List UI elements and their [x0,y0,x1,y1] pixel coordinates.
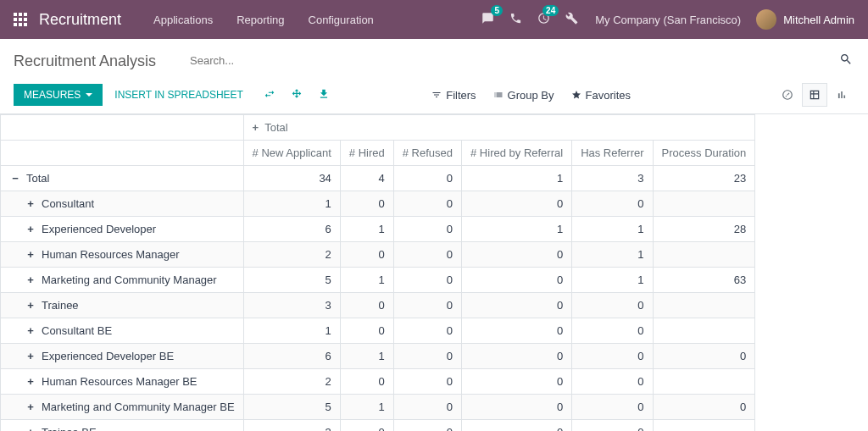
insert-spreadsheet-button[interactable]: INSERT IN SPREADSHEET [103,84,255,106]
company-selector[interactable]: My Company (San Francisco) [595,14,741,26]
pivot-cell [653,420,755,432]
user-menu[interactable]: Mitchell Admin [756,9,854,30]
pivot-cell: 1 [340,344,393,369]
row-label: Experienced Developer BE [42,350,174,362]
plus-icon[interactable]: + [25,197,36,210]
user-name: Mitchell Admin [783,14,854,26]
row-label: Trainee [42,299,79,312]
row-header[interactable]: +Consultant [1,191,244,217]
pivot-cell: 0 [462,242,572,268]
download-icon[interactable] [318,88,330,102]
pivot-cell: 0 [462,268,572,293]
measures-button[interactable]: MEASURES [14,84,103,106]
pivot-cell: 1 [340,217,393,242]
pivot-cell: 0 [462,395,572,420]
plus-icon[interactable]: + [25,299,36,312]
measure-header[interactable]: # New Applicant [243,141,340,166]
row-header[interactable]: +Marketing and Community Manager BE [1,395,244,420]
pivot-cell [653,293,755,318]
row-header[interactable]: +Marketing and Community Manager [1,268,244,293]
pivot-cell: 1 [340,268,393,293]
pivot-cell: 0 [393,217,461,242]
plus-icon[interactable]: + [25,426,36,431]
plus-icon[interactable]: + [25,375,36,388]
pivot-cell: 0 [462,344,572,369]
plus-icon[interactable]: + [25,274,36,286]
pivot-cell: 0 [572,420,653,432]
pivot-cell: 0 [340,242,393,268]
nav-configuration[interactable]: Configuration [297,14,386,26]
measure-header[interactable]: # Refused [393,141,461,166]
pivot-cell: 0 [393,344,461,369]
pivot-cell: 0 [572,318,653,344]
row-header[interactable]: +Human Resources Manager BE [1,369,244,395]
messaging-icon[interactable]: 5 [481,12,494,27]
row-header[interactable]: +Experienced Developer [1,217,244,242]
pivot-cell: 0 [340,191,393,217]
row-header[interactable]: +Trainee [1,293,244,318]
main-navbar: Recruitment Applications Reporting Confi… [0,0,868,39]
row-header[interactable]: +Consultant BE [1,318,244,344]
search-input[interactable] [190,49,854,73]
brand[interactable]: Recruitment [39,11,121,29]
phone-icon[interactable] [509,12,522,27]
pivot-cell: 28 [653,217,755,242]
flip-axis-icon[interactable] [264,88,275,102]
pivot-cell: 1 [462,217,572,242]
col-header-total[interactable]: + Total [243,115,755,141]
pivot-cell: 0 [393,318,461,344]
nav-applications[interactable]: Applications [142,14,225,26]
favorites-button[interactable]: Favorites [571,89,631,102]
pivot-cell: 4 [340,166,393,191]
plus-icon[interactable]: + [25,350,36,362]
pivot-cell: 0 [653,395,755,420]
filters-button[interactable]: Filters [431,89,476,102]
pivot-cell: 6 [243,344,340,369]
activities-icon[interactable]: 24 [537,12,550,27]
measure-header[interactable]: # Hired [340,141,393,166]
row-label: Trainee BE [42,426,97,431]
row-header[interactable]: +Trainee BE [1,420,244,432]
plus-icon[interactable]: + [25,324,36,337]
pivot-cell: 0 [462,293,572,318]
pivot-cell: 0 [572,191,653,217]
pivot-cell [653,369,755,395]
pivot-cell: 0 [653,344,755,369]
pivot-cell: 0 [393,242,461,268]
view-pivot-button[interactable] [802,83,827,107]
pivot-cell: 3 [243,293,340,318]
pivot-cell: 1 [243,191,340,217]
pivot-cell: 5 [243,395,340,420]
minus-icon[interactable]: − [9,172,21,185]
row-header[interactable]: −Total [1,166,244,191]
plus-icon[interactable]: + [25,401,36,413]
debug-icon[interactable] [565,12,578,27]
measure-header[interactable]: # Hired by Referral [462,141,572,166]
row-label: Consultant [42,197,94,210]
pivot-cell: 0 [572,293,653,318]
view-graph-button[interactable] [829,83,854,107]
messaging-badge: 5 [491,5,503,16]
apps-icon[interactable] [14,13,27,26]
measure-header[interactable]: Has Referrer [572,141,653,166]
avatar [756,9,776,30]
pivot-cell [653,242,755,268]
plus-icon[interactable]: + [25,248,36,261]
nav-reporting[interactable]: Reporting [225,14,296,26]
pivot-cell: 0 [462,318,572,344]
plus-icon[interactable]: + [25,223,36,235]
row-label: Experienced Developer [42,223,156,235]
row-label: Human Resources Manager [42,248,180,261]
measure-header[interactable]: Process Duration [653,141,755,166]
view-dashboard-button[interactable] [775,83,800,107]
row-header[interactable]: +Human Resources Manager [1,242,244,268]
pivot-cell: 1 [243,318,340,344]
row-label: Human Resources Manager BE [42,375,198,388]
pivot-cell: 0 [340,420,393,432]
pivot-view: + Total # New Applicant# Hired# Refused#… [0,114,868,431]
search-icon[interactable] [839,52,853,69]
row-header[interactable]: +Experienced Developer BE [1,344,244,369]
expand-all-icon[interactable] [291,88,303,102]
group-by-button[interactable]: Group By [493,89,554,102]
pivot-cell [653,191,755,217]
